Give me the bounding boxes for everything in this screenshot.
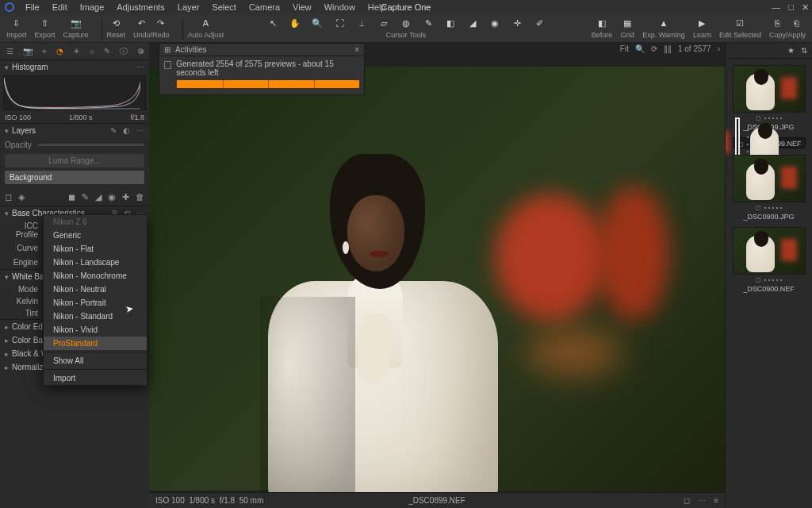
spot-icon[interactable]: ◍ <box>399 16 413 30</box>
panel-menu-icon[interactable]: ⋯ <box>136 63 144 71</box>
dropdown-item[interactable]: Nikon - Flat <box>44 242 147 256</box>
layer-delete-icon[interactable]: 🗑 <box>136 192 144 202</box>
dropdown-item[interactable]: Nikon - Neutral <box>44 283 147 296</box>
before-icon: ◧ <box>595 16 609 30</box>
menu-select[interactable]: Select <box>205 1 243 13</box>
menu-camera[interactable]: Camera <box>243 1 286 13</box>
expwarning-group[interactable]: ▲Exp. Warning <box>642 16 685 39</box>
chevron-down-icon[interactable]: ▾ <box>5 273 9 281</box>
menu-window[interactable]: Window <box>318 1 362 13</box>
chevron-down-icon[interactable]: ▾ <box>5 64 9 71</box>
menu-view[interactable]: View <box>286 1 318 13</box>
activities-close-icon[interactable]: × <box>354 45 359 54</box>
thumb-item[interactable]: ◻• • • • • _DSC0900.NEF <box>733 227 806 293</box>
tab-capture-icon[interactable]: 📷 <box>23 47 33 56</box>
wb-mode-label: Mode <box>5 285 43 294</box>
brush-icon[interactable]: ✎ <box>110 126 117 135</box>
annotate-icon[interactable]: ✐ <box>532 16 546 30</box>
viewer-image[interactable] <box>149 67 725 491</box>
tab-meta-icon[interactable]: ⓘ <box>120 46 128 57</box>
dropdown-showall[interactable]: Show All <box>44 354 147 368</box>
rating-filter-icon[interactable]: ★ <box>787 46 795 55</box>
activity-text: Generated 2554 of 2575 previews - about … <box>176 60 359 77</box>
menu-file[interactable]: File <box>19 1 46 13</box>
layer-gradient-icon[interactable]: ◢ <box>95 192 102 202</box>
thumb-item[interactable]: ◻• • • • • _DSC0900.JPG <box>733 155 806 221</box>
dropdown-item[interactable]: Nikon - Monochrome <box>44 269 147 283</box>
radial-icon[interactable]: ◉ <box>488 16 502 30</box>
copyapply-group[interactable]: ⎘⎗Copy/Apply <box>769 16 806 39</box>
maximize-icon[interactable]: □ <box>788 2 794 13</box>
dropdown-item[interactable]: Nikon - Vivid <box>44 323 147 337</box>
luma-range-button[interactable]: Luma Range... <box>5 154 144 167</box>
gradient-icon[interactable]: ◢ <box>465 16 480 30</box>
hand-icon[interactable]: ✋ <box>288 16 302 30</box>
menu-edit[interactable]: Edit <box>46 1 74 13</box>
dropdown-item[interactable]: Nikon - Landscape <box>44 256 147 269</box>
refresh-icon[interactable]: ⟳ <box>651 44 657 53</box>
filter-toggle-icon[interactable]: Fit <box>620 44 629 53</box>
proof-icon[interactable]: ◻ <box>684 496 690 505</box>
browser-mode-icon[interactable]: ≡ <box>714 496 718 505</box>
sort-icon[interactable]: ⇅ <box>801 46 807 55</box>
picker-icon[interactable]: ✛ <box>510 16 524 30</box>
menu-image[interactable]: Image <box>74 1 111 13</box>
thumb-item[interactable]: ◻• • • • • _DSC0899.JPG <box>733 65 806 131</box>
menu-help[interactable]: Help <box>362 1 393 13</box>
layer-move-icon[interactable]: ◈ <box>18 192 25 202</box>
layer-radial-icon[interactable]: ◉ <box>108 192 116 202</box>
tab-details-icon[interactable]: ⟐ <box>90 47 94 56</box>
chevron-down-icon[interactable]: ▾ <box>5 210 9 217</box>
activity-checkbox[interactable] <box>164 61 171 69</box>
dropdown-import[interactable]: Import <box>44 371 147 385</box>
browser-toggle-icon[interactable]: ⋯ <box>698 496 706 505</box>
export-group[interactable]: ⇧ Export <box>35 16 56 39</box>
learn-group[interactable]: ▶Learn <box>693 16 711 39</box>
grid-group[interactable]: ▦Grid <box>620 16 634 39</box>
straighten-icon[interactable]: ⟂ <box>354 16 369 30</box>
menu-adjustments[interactable]: Adjustments <box>110 1 171 13</box>
keystone-icon[interactable]: ▱ <box>377 16 391 30</box>
panel-menu-icon[interactable]: ⋯ <box>136 126 144 135</box>
activities-panel: ⊞ Activities × Generated 2554 of 2575 pr… <box>159 43 365 95</box>
layer-new-filled-icon[interactable]: ◼ <box>68 192 75 202</box>
hist-iso: ISO 100 <box>5 114 31 121</box>
editselected-icon: ☑ <box>733 16 747 30</box>
layer-brush-icon[interactable]: ✎ <box>82 192 89 202</box>
loupe-icon[interactable]: 🔍 <box>310 16 324 30</box>
tab-exposure-icon[interactable]: ☀ <box>73 47 80 56</box>
minimize-icon[interactable]: — <box>772 2 780 13</box>
tab-library-icon[interactable]: ☰ <box>6 47 13 56</box>
editselected-group[interactable]: ☑Edit Selected <box>719 16 761 39</box>
chevron-down-icon[interactable]: ▾ <box>5 127 9 135</box>
menu-layer[interactable]: Layer <box>171 1 206 13</box>
dropdown-item[interactable]: Generic <box>44 229 147 242</box>
before-group[interactable]: ◧Before <box>592 16 613 39</box>
dropdown-item-hover[interactable]: ProStandard <box>44 337 147 350</box>
chevron-right-icon[interactable]: › <box>718 44 720 53</box>
autoadjust-group[interactable]: A Auto Adjust <box>188 16 224 39</box>
import-group[interactable]: ⇩ Import <box>6 16 27 39</box>
layer-background[interactable]: Background <box>5 171 144 184</box>
opacity-slider[interactable] <box>38 144 144 146</box>
pause-icon[interactable]: ∥∥ <box>664 44 672 53</box>
tool-tabs-more-icon[interactable]: » <box>140 47 144 56</box>
crop-icon[interactable]: ⛶ <box>332 16 347 30</box>
reset-group[interactable]: ⟲ Reset <box>107 16 126 39</box>
brush-icon[interactable]: ✎ <box>421 16 435 30</box>
eraser-icon[interactable]: ◧ <box>443 16 458 30</box>
tab-lens-icon[interactable]: ⌖ <box>42 47 47 56</box>
thumb-item[interactable]: ◻• • • • • _DSC0899.NEF <box>733 137 806 148</box>
search-icon[interactable]: 🔍 <box>635 44 645 53</box>
layer-view-icon[interactable]: ◻ <box>5 192 12 202</box>
tab-color-icon[interactable]: ◔ <box>56 47 63 56</box>
undoredo-group[interactable]: ↶↷ Undo/Redo <box>133 16 170 39</box>
thumb-badge-icon: ◻ <box>756 204 761 211</box>
layer-heal-icon[interactable]: ✚ <box>122 192 129 202</box>
close-window-icon[interactable]: ✕ <box>802 2 809 13</box>
tab-styles-icon[interactable]: ✎ <box>104 47 110 56</box>
mask-icon[interactable]: ◐ <box>123 126 130 135</box>
pointer-icon[interactable]: ↖ <box>266 16 280 30</box>
activities-icon: ⊞ <box>164 45 170 54</box>
capture-group[interactable]: 📷 Capture <box>63 16 89 39</box>
